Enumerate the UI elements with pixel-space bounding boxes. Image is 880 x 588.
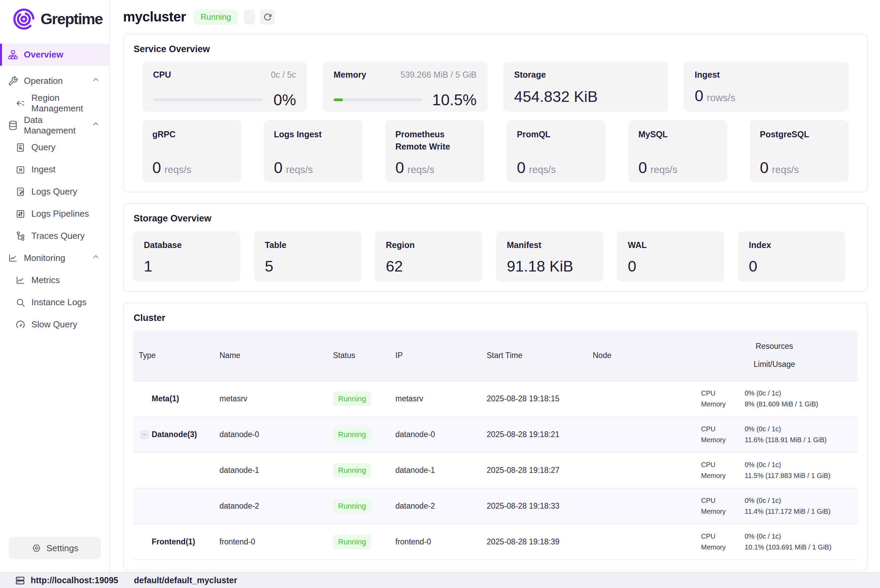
status-badge: Running: [333, 428, 371, 442]
cell-ip: datanode-0: [395, 430, 487, 439]
sidebar-item-query[interactable]: Query: [0, 136, 109, 158]
cell-ip: metasrv: [395, 394, 487, 404]
sidebar-item-region-management[interactable]: Region Management: [0, 92, 109, 114]
col-ip: IP: [395, 351, 487, 360]
cell-name: datanode-2: [219, 501, 333, 511]
col-resources: Resources Limit/Usage: [691, 342, 858, 369]
cpu-percent: 0%: [273, 92, 296, 108]
protocol-card: Prometheus Remote Write 0 reqs/s: [385, 120, 484, 182]
tree-icon: [15, 231, 26, 241]
protocol-label: MySQL: [638, 128, 717, 140]
cell-type: Meta(1): [133, 394, 219, 404]
brand-name: Greptime: [41, 10, 102, 28]
gear-icon: [32, 543, 42, 553]
refresh-button[interactable]: [260, 9, 275, 24]
col-node: Node: [593, 351, 691, 360]
page-content: Service Overview CPU 0c / 5c 0%: [110, 34, 880, 572]
storage-stat-card: Index 0: [738, 231, 845, 282]
storage-overview-panel: Storage Overview Database 1 Table 5: [123, 203, 868, 292]
sidebar-item-label: Monitoring: [24, 253, 65, 263]
sidebar-item-overview[interactable]: Overview: [0, 44, 109, 66]
cpu-resource-value: 0% (0c / 1c): [745, 389, 858, 397]
server-url[interactable]: http://localhost:19095: [31, 575, 118, 585]
chevron-up-icon[interactable]: [92, 120, 100, 131]
cpu-resource-value: 0% (0c / 1c): [745, 461, 858, 469]
sidebar-group-operation[interactable]: Operation: [0, 70, 109, 92]
protocol-unit: reqs/s: [651, 164, 677, 176]
memory-percent: 10.5%: [432, 92, 476, 108]
node-type-label: Meta(1): [152, 394, 179, 404]
col-resources-top: Resources: [691, 342, 858, 351]
ingest-label: Ingest: [695, 70, 720, 80]
cell-name: frontend-0: [219, 537, 333, 546]
status-badge: Running: [333, 392, 371, 406]
sliders-icon: [15, 209, 26, 219]
node-type-label: Frontend(1): [152, 537, 195, 546]
sidebar-item-instance-logs[interactable]: Instance Logs: [0, 291, 109, 314]
protocol-label: PostgreSQL: [760, 128, 839, 140]
memory-resource-value: 8% (81.609 MiB / 1 GiB): [745, 400, 858, 408]
sidebar-item-label: Instance Logs: [32, 297, 87, 308]
memory-resource-value: 11.4% (117.172 MiB / 1 GiB): [745, 508, 858, 515]
sitemap-icon: [8, 50, 18, 60]
storage-stat-label: Index: [749, 240, 771, 250]
blank-action-button[interactable]: [244, 9, 255, 24]
protocol-value: 0: [395, 160, 404, 176]
server-icon: [15, 575, 25, 586]
sidebar-item-traces-query[interactable]: Traces Query: [0, 225, 109, 247]
cell-type: Frontend(1): [133, 537, 219, 546]
chevron-up-icon[interactable]: [92, 252, 100, 264]
storage-stat-card: Table 5: [254, 231, 361, 282]
storage-stat-value: 0: [628, 258, 713, 275]
minus-icon: [142, 432, 147, 438]
protocol-value: 0: [517, 160, 526, 176]
cluster-table-body: Meta(1) metasrv Running metasrv 2025-08-…: [133, 381, 858, 560]
settings-button[interactable]: Settings: [9, 537, 101, 560]
storage-stat-value: 62: [386, 258, 472, 275]
region-icon: [15, 98, 26, 108]
sidebar-item-label: Logs Pipelines: [32, 208, 89, 219]
sidebar-item-logs-pipelines[interactable]: Logs Pipelines: [0, 203, 109, 225]
settings-label: Settings: [47, 543, 78, 554]
cell-ip: datanode-2: [395, 501, 487, 511]
current-database[interactable]: default/default_mycluster: [134, 575, 237, 585]
cell-resources: CPU 0% (0c / 1c) Memory 10.1% (103.691 M…: [691, 532, 858, 551]
status-bar: http://localhost:19095 default/default_m…: [0, 572, 880, 588]
cell-start-time: 2025-08-28 19:18:39: [487, 537, 593, 546]
sidebar-item-logs-query[interactable]: Logs Query: [0, 180, 109, 203]
service-metric-cards: CPU 0c / 5c 0% Memory 539.266 MiB / 5 Gi…: [142, 62, 848, 112]
sidebar-group-monitoring[interactable]: Monitoring: [0, 247, 109, 269]
sidebar-group-data-management[interactable]: Data Management: [0, 114, 109, 136]
sidebar-nav: Overview Operation Region Management Dat…: [0, 44, 109, 336]
cpu-resource-value: 0% (0c / 1c): [745, 497, 858, 504]
cpu-card: CPU 0c / 5c 0%: [142, 62, 307, 112]
cpu-resource-value: 0% (0c / 1c): [745, 425, 858, 433]
cluster-table-row: Meta(1) metasrv Running metasrv 2025-08-…: [133, 381, 858, 417]
memory-detail: 539.266 MiB / 5 GiB: [401, 70, 477, 80]
cpu-resource-label: CPU: [701, 461, 745, 469]
protocol-label: Prometheus Remote Write: [395, 128, 474, 153]
col-limit-usage: Limit/Usage: [691, 360, 858, 369]
cell-status: Running: [333, 499, 395, 513]
cluster-status-badge: Running: [193, 9, 238, 25]
sidebar-item-slow-query[interactable]: Slow Query: [0, 314, 109, 336]
ingest-unit: rows/s: [707, 92, 736, 104]
protocol-unit: reqs/s: [408, 164, 434, 176]
status-badge: Running: [333, 499, 371, 513]
wrench-icon: [8, 76, 18, 86]
chevron-up-icon[interactable]: [92, 75, 100, 87]
memory-resource-label: Memory: [701, 543, 745, 551]
sidebar-item-ingest[interactable]: Ingest: [0, 158, 109, 180]
storage-stat-value: 5: [265, 258, 350, 275]
protocol-card: gRPC 0 reqs/s: [142, 120, 241, 182]
sidebar-item-metrics[interactable]: Metrics: [0, 269, 109, 291]
collapse-row-button[interactable]: [140, 430, 149, 439]
protocol-card: MySQL 0 reqs/s: [628, 120, 727, 182]
storage-stat-label: Table: [265, 240, 286, 250]
storage-stat-label: WAL: [628, 240, 647, 250]
cell-type: [133, 502, 219, 511]
chart-icon: [8, 253, 18, 263]
protocol-card: PromQL 0 reqs/s: [507, 120, 606, 182]
storage-stat-label: Region: [386, 240, 415, 250]
service-overview-panel: Service Overview CPU 0c / 5c 0%: [123, 34, 868, 192]
